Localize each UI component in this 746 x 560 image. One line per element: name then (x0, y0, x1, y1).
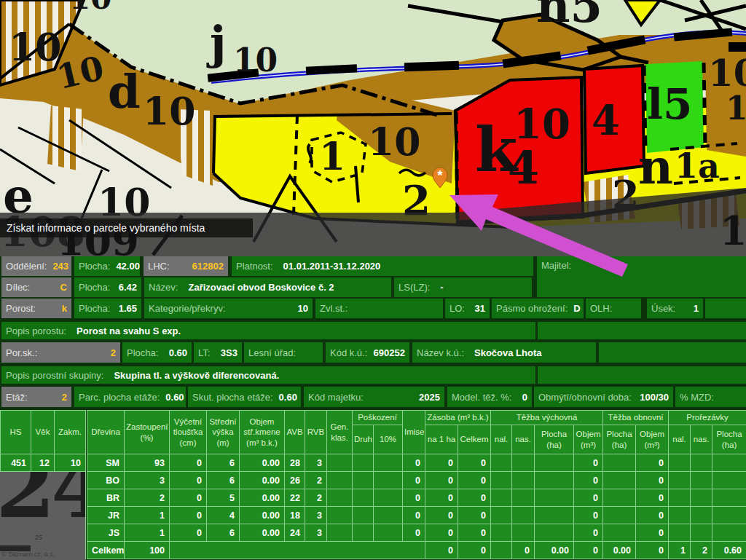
value: 612802 (186, 261, 224, 272)
value: 0.60 (273, 392, 297, 403)
field-empty (538, 366, 746, 384)
map-tooltip: Získat informace o parcele vybraného mís… (0, 218, 253, 237)
cell: 2 (125, 489, 170, 507)
label: Oddělení: (6, 261, 47, 272)
value: k (56, 303, 67, 314)
cell: 0 (636, 472, 669, 489)
map-label: 10 (708, 52, 746, 95)
label: Plocha: (79, 261, 110, 272)
field-popis-porostu: Popis porostu: Porost na svahu S exp. (1, 322, 535, 339)
cell: 0 (458, 472, 491, 489)
col-header: Imise (403, 411, 425, 454)
field-platnost: Platnost: 01.01.2011-31.12.2020 (232, 256, 533, 276)
col-header: Plocha (ha) (712, 425, 746, 454)
cell: 1 (125, 524, 170, 542)
cell (491, 542, 512, 559)
value: 690252 (368, 347, 405, 358)
cell: 18 (285, 507, 305, 524)
col-header: Zakm. (55, 411, 87, 454)
cell: 0 (458, 524, 491, 542)
cell: JS (87, 524, 125, 542)
map-label: 10 (69, 0, 111, 16)
header-row: HS Věk Zakm. Dřevina Zastoupení (%) Výče… (1, 411, 746, 425)
map-label: l5 (647, 79, 692, 129)
cell: 0 (170, 524, 207, 542)
cell: 2 (305, 472, 327, 489)
label: % MZD: (680, 392, 714, 403)
cell: 3 (305, 507, 327, 524)
value: 1.65 (113, 303, 137, 314)
cell: 0 (636, 542, 669, 559)
cell: 6 (207, 454, 240, 472)
cell (491, 454, 512, 472)
cell: 0 (425, 472, 458, 489)
cell (535, 507, 574, 524)
cell: 0.00 (240, 524, 285, 542)
cell (327, 489, 353, 507)
table-row: BR 2 0 5 0.00 22 2 0 0 0 0 0 (1, 489, 746, 507)
field-pasmo: Pásmo ohrožení: D (492, 299, 584, 318)
cell: 0 (170, 507, 207, 524)
col-header: Objem stř.kmene (m³ b.k.) (240, 411, 285, 454)
col-header: Objem (m³) (574, 425, 603, 454)
col-header: Gen. klas. (327, 411, 353, 454)
cell (603, 507, 636, 524)
cell: 0 (458, 454, 491, 472)
cell: 0 (403, 472, 425, 489)
col-header: Objem (m³) (636, 425, 669, 454)
value: 31 (469, 303, 485, 314)
cell (491, 489, 512, 507)
cell (603, 472, 636, 489)
cell: 0 (170, 489, 207, 507)
cell (374, 454, 403, 472)
field-plocha-dilec: Plocha: 6.42 (74, 277, 141, 297)
cell: 0.00 (240, 507, 285, 524)
label: Skut. plocha etáže: (192, 392, 273, 403)
label: Kód majetku: (308, 392, 364, 403)
value: Skupina tl. a výškově diferencovaná. (114, 370, 279, 381)
cell (512, 454, 535, 472)
label: Název: (149, 282, 178, 293)
value: 100/30 (634, 392, 669, 403)
cell: 0.00 (240, 454, 285, 472)
cell (669, 524, 691, 542)
cell: 0.00 (240, 489, 285, 507)
col-header: Celkem (458, 425, 491, 454)
col-header: Plocha (ha) (535, 425, 574, 454)
label: Kód k.ú.: (330, 347, 367, 358)
col-header: Druh (353, 425, 374, 454)
col-header: Plocha (ha) (603, 425, 636, 454)
field-kod-majetku: Kód majetku: 2025 (304, 387, 444, 407)
cell: 0 (425, 542, 458, 559)
table-row: JS 1 0 6 0.00 24 3 0 0 0 0 0 (1, 524, 746, 542)
map-label: j (206, 16, 226, 69)
cell: 0 (574, 542, 603, 559)
label: Platnost: (236, 261, 273, 272)
cell: 0.00 (535, 542, 574, 559)
field-zvlst: Zvl.st.: (315, 299, 443, 318)
field-popis-skupiny: Popis porostní skupiny: Skupina tl. a vý… (1, 366, 535, 384)
cell: 0 (636, 454, 669, 472)
cell (691, 472, 712, 489)
label: Model. těž. %: (452, 392, 511, 403)
map-label: 1 (319, 134, 345, 178)
cell: 0 (458, 489, 491, 507)
value: 2025 (413, 392, 440, 403)
cell: 28 (285, 454, 305, 472)
field-lesni-urad: Lesní úřad: (244, 342, 323, 363)
col-group-header: Těžba výchovná (491, 411, 603, 425)
cell: 12 (31, 454, 55, 472)
field-plocha-porost: Plocha: 1.65 (74, 299, 141, 318)
cell: 0 (512, 542, 535, 559)
value: 42.00 (110, 261, 140, 272)
cell (327, 524, 353, 542)
cell (491, 524, 512, 542)
cell (669, 472, 691, 489)
species-table: HS Věk Zakm. Dřevina Zastoupení (%) Výče… (0, 410, 746, 559)
cell: 0 (574, 472, 603, 489)
cell (669, 489, 691, 507)
cell (603, 489, 636, 507)
label: Lesní úřad: (248, 347, 296, 358)
col-header: RVB (305, 411, 327, 454)
cell (712, 489, 746, 507)
